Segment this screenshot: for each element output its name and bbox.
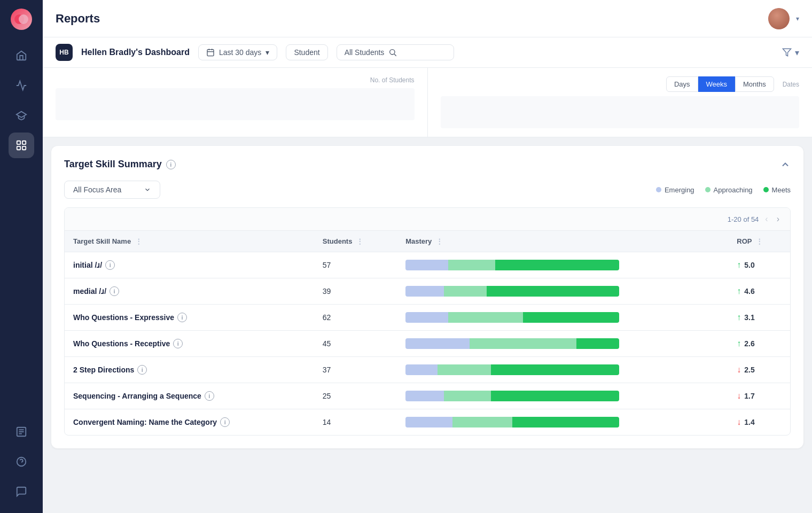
chart-right: Days Weeks Months Dates xyxy=(428,68,813,137)
bar-meets xyxy=(491,364,619,375)
table-row[interactable]: Sequencing - Arranging a Sequence i 25 ↓ xyxy=(65,383,790,409)
svg-rect-4 xyxy=(17,146,20,150)
collapse-button[interactable] xyxy=(780,159,791,170)
student-search-container[interactable]: All Students xyxy=(337,44,454,60)
filter-button[interactable]: ▾ xyxy=(782,48,799,58)
table-row[interactable]: medial /ɹ/ i 39 ↑ 4.6 xyxy=(65,278,790,305)
rop-cell: ↑ 2.6 xyxy=(728,331,790,357)
table-row[interactable]: initial /ɹ/ i 57 ↑ 5.0 xyxy=(65,252,790,278)
students-cell: 25 xyxy=(314,383,397,409)
svg-marker-18 xyxy=(783,49,791,56)
skill-name-cell: 2 Step Directions i xyxy=(73,365,306,375)
calendar-icon xyxy=(206,48,215,57)
rop-cell: ↑ 5.0 xyxy=(728,252,790,278)
bar-emerging xyxy=(405,364,438,375)
sidebar-item-graduation[interactable] xyxy=(9,103,34,128)
bar-emerging xyxy=(405,260,448,270)
no-of-students-label: No. of Students xyxy=(56,76,415,84)
skill-name-col-menu[interactable]: ⋮ xyxy=(135,237,142,245)
rop-trend-icon: ↑ xyxy=(737,313,741,322)
emerging-label: Emerging xyxy=(665,186,694,194)
skill-title-info-icon[interactable]: i xyxy=(166,160,176,169)
skill-row-info-icon[interactable]: i xyxy=(220,417,230,427)
table-header-row: Target Skill Name ⋮ Students ⋮ Mastery ⋮ xyxy=(65,231,790,252)
skill-row-info-icon[interactable]: i xyxy=(110,286,119,296)
dashboard-badge: HB xyxy=(56,44,73,61)
time-btn-weeks[interactable]: Weeks xyxy=(698,76,736,92)
focus-area-select[interactable]: All Focus Area xyxy=(64,181,160,199)
next-page-button[interactable]: › xyxy=(775,213,782,225)
legend-approaching: Approaching xyxy=(705,186,753,194)
dates-label: Dates xyxy=(783,81,799,88)
prev-page-button[interactable]: ‹ xyxy=(763,213,770,225)
header-right: ▾ xyxy=(768,8,799,29)
rop-cell: ↑ 3.1 xyxy=(728,305,790,331)
mastery-legend: Emerging Approaching Meets xyxy=(656,186,791,194)
sidebar-item-activity[interactable] xyxy=(9,73,34,98)
rop-value: 2.6 xyxy=(744,339,754,348)
sidebar-item-messages[interactable] xyxy=(9,479,34,504)
table-row[interactable]: Who Questions - Receptive i 45 ↑ 2.6 xyxy=(65,331,790,357)
students-col-menu[interactable]: ⋮ xyxy=(356,237,363,245)
bar-emerging xyxy=(405,312,448,323)
skill-row-info-icon[interactable]: i xyxy=(205,391,214,401)
mastery-cell xyxy=(397,409,728,436)
table-row[interactable]: Who Questions - Expressive i 62 ↑ 3.1 xyxy=(65,305,790,331)
skill-row-info-icon[interactable]: i xyxy=(105,260,115,270)
sidebar-item-chart[interactable] xyxy=(9,133,34,158)
emerging-dot xyxy=(656,187,661,192)
mastery-cell xyxy=(397,383,728,409)
filter-icon xyxy=(782,48,792,57)
avatar-image xyxy=(768,8,790,29)
bar-meets xyxy=(491,391,619,401)
bar-meets xyxy=(495,260,619,270)
skill-row-info-icon[interactable]: i xyxy=(177,313,187,322)
table-row[interactable]: Convergent Naming: Name the Category i 1… xyxy=(65,409,790,436)
svg-rect-2 xyxy=(17,141,20,144)
sidebar-item-help[interactable] xyxy=(9,449,34,475)
mastery-col-menu[interactable]: ⋮ xyxy=(436,237,443,245)
date-filter-button[interactable]: Last 30 days ▾ xyxy=(198,44,277,60)
skill-name-cell: Who Questions - Receptive i xyxy=(73,339,306,348)
sidebar-item-reports[interactable] xyxy=(9,419,34,445)
sidebar xyxy=(0,0,43,513)
meets-label: Meets xyxy=(772,186,791,194)
skill-row-info-icon[interactable]: i xyxy=(173,339,183,348)
skill-summary-header: Target Skill Summary i xyxy=(64,159,791,170)
chart-left-placeholder xyxy=(56,88,415,120)
dashboard-bar: HB Hellen Bradly's Dashboard Last 30 day… xyxy=(43,37,812,68)
approaching-dot xyxy=(705,187,710,192)
chart-left: No. of Students xyxy=(43,68,428,137)
rop-col-menu[interactable]: ⋮ xyxy=(756,237,763,245)
legend-meets: Meets xyxy=(763,186,791,194)
user-chevron-icon[interactable]: ▾ xyxy=(796,15,799,22)
mastery-cell xyxy=(397,278,728,305)
student-search-text: All Students xyxy=(345,48,385,57)
focus-area-chevron-icon xyxy=(144,186,151,193)
svg-line-17 xyxy=(394,54,396,56)
sidebar-item-home[interactable] xyxy=(9,43,34,68)
student-filter-button[interactable]: Student xyxy=(286,44,327,60)
table-row[interactable]: 2 Step Directions i 37 ↓ 2.5 xyxy=(65,357,790,383)
mastery-cell xyxy=(397,331,728,357)
time-btn-days[interactable]: Days xyxy=(666,76,698,92)
user-avatar[interactable] xyxy=(768,8,790,29)
app-logo[interactable] xyxy=(11,9,32,30)
skills-table: Target Skill Name ⋮ Students ⋮ Mastery ⋮ xyxy=(65,231,790,435)
bar-approaching xyxy=(448,312,523,323)
time-btn-months[interactable]: Months xyxy=(735,76,774,92)
chart-right-placeholder xyxy=(441,96,800,128)
svg-point-1 xyxy=(19,14,28,24)
main-content: Reports ▾ HB Hellen Bradly's Dashboard L… xyxy=(43,0,812,513)
chart-header-section: No. of Students Days Weeks Months Dates xyxy=(43,68,812,137)
skill-summary-title: Target Skill Summary i xyxy=(64,159,176,170)
mastery-cell xyxy=(397,252,728,278)
bar-approaching xyxy=(452,417,512,428)
skill-name-cell: medial /ɹ/ i xyxy=(73,286,306,296)
bar-meets xyxy=(512,417,619,428)
student-filter-label: Student xyxy=(294,48,319,57)
rop-value: 1.7 xyxy=(744,392,754,400)
dashboard-name: Hellen Bradly's Dashboard xyxy=(81,48,190,57)
bar-approaching xyxy=(444,286,487,297)
skill-row-info-icon[interactable]: i xyxy=(137,365,147,375)
